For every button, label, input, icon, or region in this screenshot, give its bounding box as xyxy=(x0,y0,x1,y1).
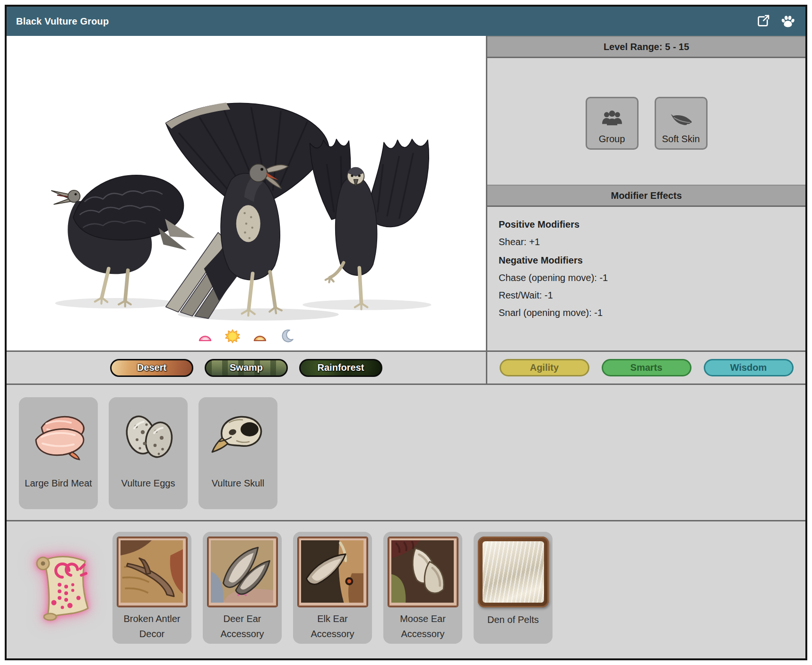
paw-icon[interactable] xyxy=(780,14,796,29)
negative-modifiers-heading: Negative Modifiers xyxy=(499,255,794,266)
moose-ear-image xyxy=(391,540,454,603)
drop-card-vulture-eggs[interactable]: Vulture Eggs xyxy=(109,397,188,509)
modifier-list: Positive Modifiers Shear: +1 Negative Mo… xyxy=(487,207,805,330)
biome-row: Desert Swamp Rainforest xyxy=(7,350,486,384)
encounter-window: Black Vulture Group xyxy=(5,5,807,660)
open-external-icon[interactable] xyxy=(755,14,770,29)
stats-row: Agility Smarts Wisdom xyxy=(486,350,805,384)
vulture-artwork xyxy=(22,43,471,325)
stick-frame xyxy=(118,537,187,606)
deer-ear-image xyxy=(211,540,273,603)
night-icon xyxy=(280,329,295,344)
drop-card-vulture-skull[interactable]: Vulture Skull xyxy=(199,397,277,509)
decor-card-den-of-pelts[interactable]: Den of Pelts xyxy=(474,532,553,644)
page-title: Black Vulture Group xyxy=(16,16,109,27)
active-times xyxy=(198,329,295,344)
drop-card-large-bird-meat[interactable]: Large Bird Meat xyxy=(19,397,98,509)
item-label: Vulture Skull xyxy=(202,476,274,491)
level-range-header: Level Range: 5 - 15 xyxy=(487,36,805,58)
wood-frame xyxy=(478,537,549,607)
item-label: Elk Ear Accessory xyxy=(297,611,368,641)
stick-frame xyxy=(389,537,458,606)
item-label: Deer Ear Accessory xyxy=(207,611,278,641)
dusk-icon xyxy=(252,329,268,344)
modifier-item: Rest/Wait: -1 xyxy=(499,290,794,301)
stat-pill-smarts[interactable]: Smarts xyxy=(602,359,691,376)
stat-pill-agility[interactable]: Agility xyxy=(500,359,589,376)
decor-card-deer-ear[interactable]: Deer Ear Accessory xyxy=(203,532,282,644)
modifier-effects-header: Modifier Effects xyxy=(487,185,805,207)
item-label: Den of Pelts xyxy=(477,612,549,627)
modifier-item: Shear: +1 xyxy=(499,237,794,247)
vulture-eggs-image xyxy=(115,403,181,469)
item-label: Moose Ear Accessory xyxy=(387,611,458,641)
elk-ear-image xyxy=(301,540,363,603)
decor-card-elk-ear[interactable]: Elk Ear Accessory xyxy=(293,532,372,644)
main-area: Level Range: 5 - 15 Group xyxy=(7,36,805,384)
drops-section: Large Bird Meat Vulture Eggs xyxy=(7,384,805,520)
group-icon xyxy=(601,109,623,129)
day-icon xyxy=(225,329,240,344)
biome-button-desert[interactable]: Desert xyxy=(110,359,193,377)
decor-card-broken-antler[interactable]: Broken Antler Decor xyxy=(112,532,191,644)
trait-button-soft-skin[interactable]: Soft Skin xyxy=(655,97,708,150)
trait-label: Soft Skin xyxy=(662,134,700,145)
dawn-icon xyxy=(198,329,213,344)
stick-frame xyxy=(298,537,367,606)
modifier-item: Snarl (opening move): -1 xyxy=(499,307,794,318)
biome-button-rainforest[interactable]: Rainforest xyxy=(299,359,382,377)
vulture-skull-image xyxy=(205,403,271,469)
broken-antler-image xyxy=(121,540,183,603)
creature-image-panel xyxy=(7,36,486,350)
item-label: Large Bird Meat xyxy=(23,476,94,491)
decor-section: Broken Antler Decor Deer Ear Accessory xyxy=(7,520,805,658)
trait-button-group[interactable]: Group xyxy=(586,97,639,150)
large-bird-meat-image xyxy=(26,403,92,469)
item-label: Vulture Eggs xyxy=(112,476,184,491)
biome-button-swamp[interactable]: Swamp xyxy=(205,359,288,377)
stick-frame xyxy=(208,537,277,606)
stat-pill-wisdom[interactable]: Wisdom xyxy=(704,359,794,376)
trait-buttons: Group Soft Skin xyxy=(487,97,805,150)
recipe-scroll-icon[interactable] xyxy=(26,548,96,623)
item-label: Broken Antler Decor xyxy=(116,611,188,641)
trait-label: Group xyxy=(599,134,625,145)
feather-icon xyxy=(669,110,693,129)
decor-card-moose-ear[interactable]: Moose Ear Accessory xyxy=(383,532,462,644)
page: Black Vulture Group xyxy=(0,0,812,665)
modifier-item: Chase (opening move): -1 xyxy=(499,273,794,283)
positive-modifiers-heading: Positive Modifiers xyxy=(499,219,794,230)
info-panel: Level Range: 5 - 15 Group xyxy=(486,36,805,350)
den-of-pelts-image xyxy=(483,541,544,603)
titlebar: Black Vulture Group xyxy=(7,7,805,36)
